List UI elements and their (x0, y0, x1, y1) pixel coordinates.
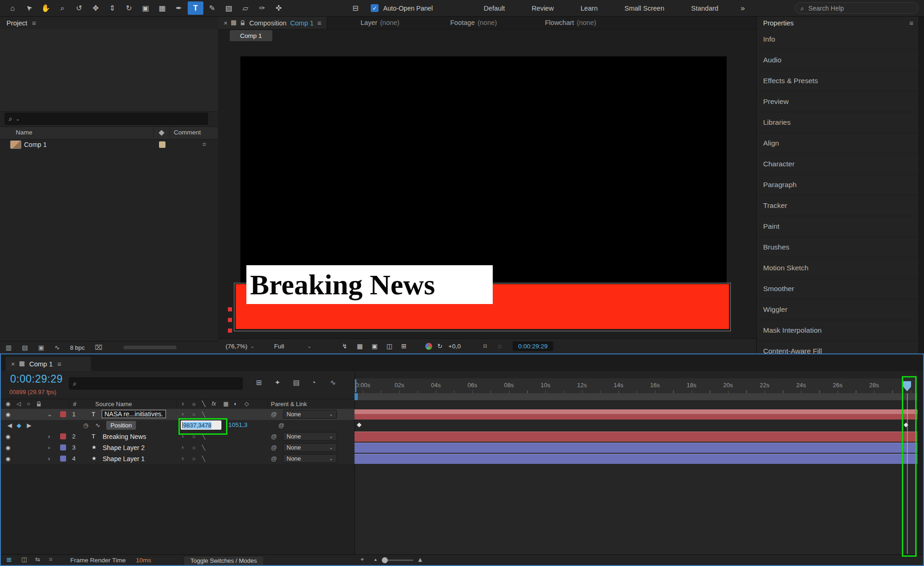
pickwhip-icon[interactable]: @ (271, 433, 277, 440)
shy-column-icon[interactable]: ♁ (181, 401, 185, 407)
properties-item-brushes[interactable]: Brushes (757, 237, 924, 258)
workspace-overflow-icon[interactable]: » (732, 4, 753, 13)
expand-transfer-icon[interactable]: ◫ (21, 556, 27, 562)
timeline-tab-comp1[interactable]: × Comp 1 ≡ (6, 357, 91, 371)
parent-dropdown[interactable]: None ⌄ (283, 443, 337, 452)
stopwatch-icon[interactable]: ◷ (83, 422, 88, 429)
rotation-tool-icon[interactable]: ↻ (121, 1, 137, 15)
properties-item-info[interactable]: Info (757, 29, 924, 50)
column-parent-link[interactable]: Parent & Link (271, 401, 307, 408)
chevron-right-icon[interactable]: › (48, 444, 50, 451)
channel-icon[interactable] (425, 339, 432, 354)
collapse-column-icon[interactable]: ☼ (191, 401, 196, 407)
comp-mini-flowchart-icon[interactable]: ⊞ (256, 378, 262, 387)
column-divider[interactable] (177, 400, 177, 408)
eye-icon[interactable]: ◉ (6, 444, 10, 451)
collapse-switch-icon[interactable]: ☼ (191, 456, 196, 461)
parent-dropdown[interactable]: None ⌄ (283, 454, 337, 463)
shape-tool-icon[interactable]: ▦ (154, 1, 170, 15)
mask-column-icon[interactable]: ▦ (223, 401, 228, 407)
parent-dropdown[interactable]: None ⌄ (283, 410, 337, 419)
quality-switch-icon[interactable]: ╲ (202, 444, 205, 451)
expand-inout-icon[interactable]: ⇆ (35, 556, 40, 562)
layer-name[interactable]: Shape Layer 2 (103, 444, 145, 451)
project-item-label[interactable]: Comp 1 (24, 141, 47, 148)
roto-brush-tool-icon[interactable]: ✑ (254, 1, 270, 15)
pickwhip-icon[interactable]: @ (271, 444, 277, 451)
motion-blur-column-icon[interactable]: ◐ (234, 401, 237, 407)
selection-handle[interactable] (228, 329, 232, 333)
composition-canvas[interactable] (240, 56, 727, 283)
current-timecode[interactable]: 0:00:29:29 (10, 373, 63, 385)
close-icon[interactable]: × (11, 361, 15, 367)
audio-column-icon[interactable]: ◁ (17, 401, 21, 407)
layer-color-swatch[interactable] (60, 433, 66, 439)
show-snapshot-icon[interactable]: ◌ (498, 339, 502, 354)
layer-name[interactable]: NASA re...initiatives. (102, 410, 166, 418)
flowchart-icon[interactable]: ⌗ (202, 141, 206, 147)
timeline-search-field[interactable]: ⌕ (69, 377, 243, 390)
layer-bar-2[interactable] (355, 432, 918, 442)
snapshot-icon[interactable]: ⌑ (483, 339, 487, 354)
quality-column-icon[interactable]: ╲ (202, 401, 205, 407)
clone-stamp-tool-icon[interactable]: ▨ (221, 1, 237, 15)
column-comment[interactable]: Comment (174, 129, 201, 136)
layer-row-3[interactable]: ◉ › 3 ★ Shape Layer 2 ♁ ☼ ╲ @ None ⌄ (1, 442, 355, 454)
workspace-standard[interactable]: Standard (678, 5, 731, 12)
work-area-start-handle[interactable] (355, 393, 358, 400)
dolly-camera-tool-icon[interactable]: ⇕ (104, 1, 120, 15)
project-column-headers[interactable]: Name Comment (0, 127, 218, 140)
dock-panel-icon[interactable]: ⊟ (348, 1, 363, 15)
layer-bar-4[interactable] (355, 454, 918, 464)
interpret-footage-icon[interactable]: ▥ (6, 344, 12, 351)
position-y-value[interactable]: 1051,3 (228, 421, 247, 428)
layer-color-swatch[interactable] (60, 456, 66, 462)
exposure-value[interactable]: +0,0 (448, 339, 461, 354)
pen-tool-icon[interactable]: ✒ (171, 1, 187, 15)
new-composition-icon[interactable]: ▣ (38, 344, 44, 351)
type-tool-icon[interactable]: T (188, 1, 203, 15)
column-divider[interactable] (69, 400, 70, 408)
eraser-tool-icon[interactable]: ▱ (238, 1, 253, 15)
lock-column-icon[interactable] (36, 401, 42, 407)
properties-item-character[interactable]: Character (757, 154, 924, 175)
label-color-swatch[interactable] (159, 141, 165, 148)
properties-item-motion-sketch[interactable]: Motion Sketch (757, 258, 924, 279)
chevron-down-icon[interactable]: ⌄ (47, 411, 52, 418)
project-bit-depth[interactable]: 8 bpc (70, 344, 85, 351)
keyframe-diamond[interactable]: ◆ (357, 421, 361, 427)
expand-switches-icon[interactable]: ⊞ (6, 556, 12, 563)
zoom-out-mountain-icon[interactable]: ▲ (373, 558, 378, 562)
transparency-grid-icon[interactable]: ▦ (357, 339, 363, 354)
tab-composition[interactable]: × Composition Comp 1 ≡ (218, 17, 327, 29)
solo-column-icon[interactable]: ○ (27, 401, 30, 407)
eye-icon[interactable]: ◉ (6, 433, 10, 440)
properties-item-align[interactable]: Align (757, 133, 924, 154)
properties-item-paragraph[interactable]: Paragraph (757, 175, 924, 195)
column-divider[interactable] (153, 128, 154, 138)
properties-item-smoother[interactable]: Smoother (757, 279, 924, 299)
workspace-default[interactable]: Default (471, 5, 518, 12)
workspace-small-screen[interactable]: Small Screen (612, 5, 677, 12)
work-area-bar[interactable] (355, 393, 918, 401)
collapse-switch-icon[interactable]: ☼ (191, 411, 196, 417)
column-source-name[interactable]: Source Name (95, 401, 132, 408)
chevron-right-icon[interactable]: › (48, 433, 50, 440)
chevron-right-icon[interactable]: › (48, 455, 50, 462)
timeline-zoom-slider[interactable] (384, 560, 413, 561)
collapse-switch-icon[interactable]: ☼ (191, 444, 196, 450)
pan-behind-tool-icon[interactable]: ▣ (138, 1, 153, 15)
shy-switch-icon[interactable]: ♁ (181, 411, 185, 417)
next-keyframe-icon[interactable]: ▶ (27, 422, 31, 429)
tab-flowchart[interactable]: Flowchart (none) (545, 19, 596, 26)
shy-switch-icon[interactable]: ♁ (181, 444, 185, 450)
threed-column-icon[interactable]: ◇ (245, 401, 249, 407)
brush-tool-icon[interactable]: ✎ (204, 1, 220, 15)
view-layout-icon[interactable]: ⊞ (401, 339, 406, 354)
workspace-learn[interactable]: Learn (568, 5, 611, 12)
layer-row-1[interactable]: ◉ ⌄ 1 T NASA re...initiatives. ♁ ☼ ╲ @ N… (1, 409, 355, 420)
guides-icon[interactable]: ◫ (386, 339, 392, 354)
keyframe-toggle-icon[interactable]: ◆ (17, 422, 21, 429)
shy-switch-icon[interactable]: ♁ (181, 456, 185, 461)
breaking-news-text-box[interactable]: Breaking News (246, 265, 493, 304)
